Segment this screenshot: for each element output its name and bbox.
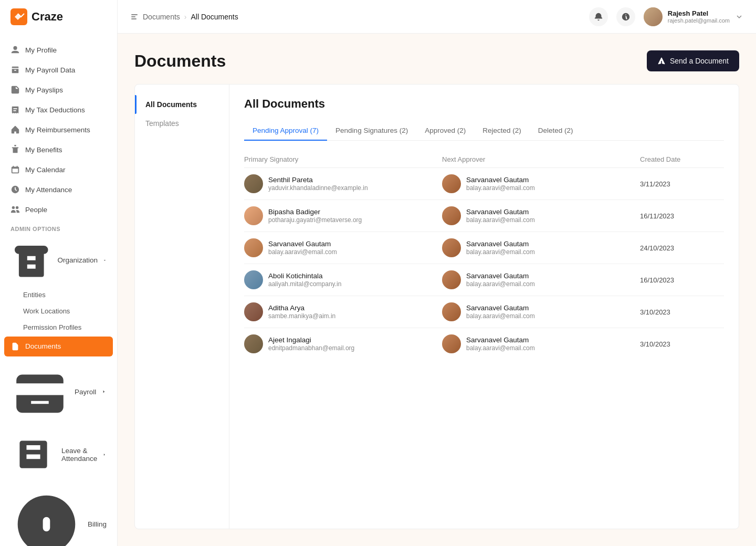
leave-icon — [10, 432, 56, 477]
sidebar-subitem-label: Work Locations — [23, 307, 70, 315]
breadcrumb-root[interactable]: Documents — [143, 13, 180, 21]
sidebar-item-label: My Profile — [25, 46, 57, 54]
doc-main-title: All Documents — [244, 97, 724, 111]
person-email: balay.aaravi@email.com — [466, 248, 535, 256]
sidebar-item-my-benefits[interactable]: My Benefits — [0, 140, 117, 160]
tab-rejected[interactable]: Rejected (2) — [474, 121, 530, 141]
person-info: Sarvanavel Gautam balay.aaravi@email.com — [466, 208, 535, 224]
chevron-right-icon — [101, 387, 107, 396]
logo-text: Craze — [32, 10, 63, 24]
sidebar-item-label: My Payslips — [25, 86, 63, 94]
sidebar-item-billing[interactable]: Billing — [0, 483, 117, 546]
person-email: balay.aaravi@email.com — [466, 280, 535, 288]
gift-icon — [10, 145, 20, 154]
primary-signatory-cell: Aditha Arya sambe.manikya@aim.in — [244, 302, 442, 321]
table-row: Sarvanavel Gautam balay.aaravi@email.com… — [244, 232, 724, 264]
next-approver-cell: Sarvanavel Gautam balay.aaravi@email.com — [442, 270, 640, 289]
user-email: rajesh.patel@gmail.com — [668, 17, 730, 24]
people-icon — [10, 205, 20, 214]
next-approver-cell: Sarvanavel Gautam balay.aaravi@email.com — [442, 206, 640, 225]
page-content: Documents Send a Document All Documents … — [118, 34, 756, 546]
tab-pending-approval[interactable]: Pending Approval (7) — [244, 121, 327, 141]
sidebar-nav: My Profile My Payroll Data My Payslips M… — [0, 34, 117, 546]
sidebar-item-my-reimbursements[interactable]: My Reimbursements — [0, 120, 117, 140]
sidebar-item-label: My Benefits — [25, 146, 62, 154]
sidebar-item-my-tax-deductions[interactable]: My Tax Deductions — [0, 100, 117, 120]
person-name: Sarvanavel Gautam — [466, 240, 535, 248]
tab-approved[interactable]: Approved (2) — [416, 121, 474, 141]
sidebar-item-documents[interactable]: Documents — [4, 337, 113, 356]
doc-sidebar: All Documents Templates — [135, 85, 229, 529]
avatar — [244, 174, 263, 193]
sidebar-subitem-label: Permission Profiles — [23, 323, 81, 331]
user-name: Rajesh Patel — [668, 9, 730, 17]
tab-pending-signatures[interactable]: Pending Signatures (2) — [327, 121, 416, 141]
sidebar-item-label: My Payroll Data — [25, 66, 75, 74]
sidebar-item-payroll[interactable]: Payroll — [0, 358, 117, 427]
document-icon — [10, 342, 20, 351]
topbar: Documents › All Documents Rajesh Patel — [118, 0, 756, 34]
person-email: ednitpadmanabhan@email.org — [268, 344, 354, 352]
sidebar-item-label: Billing — [88, 520, 107, 528]
user-avatar — [644, 7, 663, 26]
sidebar-subitem-permission-profiles[interactable]: Permission Profiles — [0, 319, 117, 335]
col-next-approver: Next Approver — [442, 155, 640, 163]
sidebar-item-label: Organization — [58, 256, 98, 264]
created-date-cell: 16/10/2023 — [640, 276, 724, 284]
sidebar-subitem-label: Entities — [23, 291, 46, 299]
sidebar-item-my-payroll-data[interactable]: My Payroll Data — [0, 60, 117, 80]
sidebar-item-label: My Tax Deductions — [25, 106, 85, 114]
next-approver-cell: Sarvanavel Gautam balay.aaravi@email.com — [442, 174, 640, 193]
calendar-icon — [10, 165, 20, 174]
sidebar-subitem-entities[interactable]: Entities — [0, 287, 117, 303]
topbar-actions: Rajesh Patel rajesh.patel@gmail.com — [589, 7, 743, 26]
sidebar-subitem-work-locations[interactable]: Work Locations — [0, 303, 117, 319]
help-button[interactable] — [616, 7, 635, 26]
table-row: Aditha Arya sambe.manikya@aim.in Sarvana… — [244, 296, 724, 328]
tag-icon — [10, 125, 20, 134]
send-button-label: Send a Document — [670, 57, 729, 65]
svg-rect-3 — [131, 18, 136, 19]
person-name: Bipasha Badiger — [268, 208, 362, 216]
person-info: Aditha Arya sambe.manikya@aim.in — [268, 304, 335, 320]
user-details: Rajesh Patel rajesh.patel@gmail.com — [668, 9, 730, 24]
person-name: Aditha Arya — [268, 304, 335, 312]
created-date-cell: 3/11/2023 — [640, 180, 724, 188]
sidebar: Craze My Profile My Payroll Data My Pays… — [0, 0, 118, 546]
person-email: sambe.manikya@aim.in — [268, 312, 335, 320]
avatar — [244, 302, 263, 321]
sidebar-item-people[interactable]: People — [0, 200, 117, 219]
logo-icon — [10, 8, 27, 25]
sidebar-item-leave-attendance[interactable]: Leave & Attendance — [0, 426, 117, 482]
doc-nav-templates[interactable]: Templates — [135, 114, 229, 133]
clock-icon — [10, 185, 20, 194]
user-menu[interactable]: Rajesh Patel rajesh.patel@gmail.com — [644, 7, 743, 26]
bell-icon — [594, 12, 603, 22]
document-tabs: Pending Approval (7) Pending Signatures … — [244, 121, 724, 141]
receipt-icon — [10, 105, 20, 114]
logo[interactable]: Craze — [0, 0, 117, 34]
sidebar-item-organization[interactable]: Organization — [0, 234, 117, 287]
primary-signatory-cell: Senthil Pareta yaduvir.khandaladinne@exa… — [244, 174, 442, 193]
send-document-button[interactable]: Send a Document — [647, 50, 739, 71]
notifications-button[interactable] — [589, 7, 608, 26]
sidebar-item-my-payslips[interactable]: My Payslips — [0, 80, 117, 100]
avatar — [442, 302, 461, 321]
table-row: Bipasha Badiger potharaju.gayatri@metave… — [244, 200, 724, 232]
sidebar-item-my-attendance[interactable]: My Attendance — [0, 180, 117, 200]
primary-signatory-cell: Bipasha Badiger potharaju.gayatri@metave… — [244, 206, 442, 225]
doc-nav-all-documents[interactable]: All Documents — [135, 95, 229, 114]
page-header: Documents Send a Document — [134, 50, 739, 71]
next-approver-cell: Sarvanavel Gautam balay.aaravi@email.com — [442, 334, 640, 353]
sidebar-item-label: My Reimbursements — [25, 126, 90, 134]
sidebar-item-my-profile[interactable]: My Profile — [0, 40, 117, 60]
tab-deleted[interactable]: Deleted (2) — [530, 121, 582, 141]
person-name: Sarvanavel Gautam — [466, 208, 535, 216]
sidebar-item-my-calendar[interactable]: My Calendar — [0, 160, 117, 180]
col-primary-signatory: Primary Signatory — [244, 155, 442, 163]
avatar — [442, 270, 461, 289]
breadcrumb-icon — [130, 13, 139, 21]
user-chevron-down-icon — [735, 13, 743, 21]
person-info: Bipasha Badiger potharaju.gayatri@metave… — [268, 208, 362, 224]
person-icon — [10, 45, 20, 55]
